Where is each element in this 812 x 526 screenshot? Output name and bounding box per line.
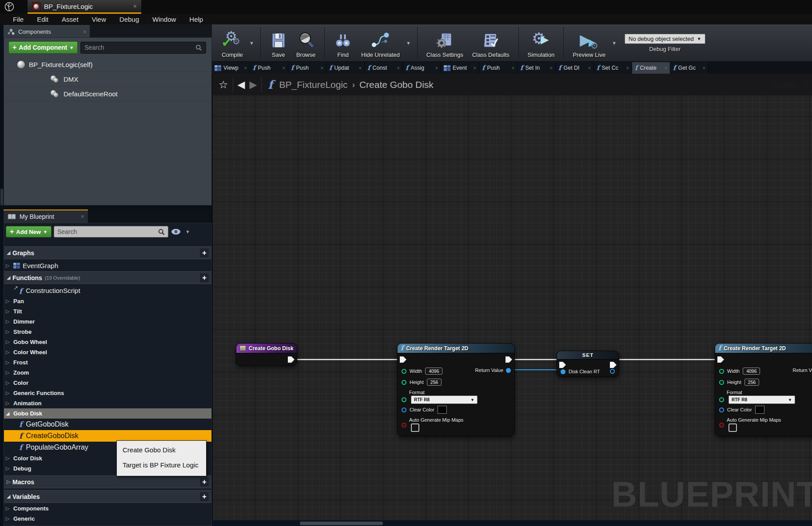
param-input-pin[interactable] xyxy=(402,369,406,374)
param-input-pin[interactable] xyxy=(719,407,724,412)
category-gobo-wheel[interactable]: ▷Gobo Wheel xyxy=(4,337,211,347)
param-value-input[interactable]: 4096 xyxy=(743,368,760,375)
toolbar-button-find[interactable]: Find xyxy=(329,24,357,61)
graph-tab-close-icon[interactable]: × xyxy=(397,65,400,71)
component-tree-row[interactable]: DMX xyxy=(4,72,211,87)
data-output-pin[interactable] xyxy=(610,369,615,374)
graph-tab-push[interactable]: fPush× xyxy=(479,62,517,74)
param-input-pin[interactable] xyxy=(719,423,724,427)
expand-triangle-icon[interactable]: ▷ xyxy=(6,380,11,386)
exec-input-pin[interactable] xyxy=(400,356,406,363)
graph-tab-event[interactable]: Event× xyxy=(441,62,479,74)
toolbar-button-browse[interactable]: Browse xyxy=(292,24,320,61)
graph-tab-close-icon[interactable]: × xyxy=(321,65,323,71)
param-input-pin[interactable] xyxy=(402,380,406,385)
clear-color-swatch[interactable] xyxy=(438,406,447,414)
nav-forward-icon[interactable]: ▶ xyxy=(249,80,257,90)
my-blueprint-tab-close-icon[interactable]: × xyxy=(81,214,84,220)
graph-tab-close-icon[interactable]: × xyxy=(244,65,247,71)
expand-triangle-icon[interactable]: ▷ xyxy=(6,349,11,355)
components-tab-close-icon[interactable]: × xyxy=(83,29,86,35)
graph-tab-push[interactable]: fPush× xyxy=(288,62,326,74)
expand-triangle-icon[interactable]: ▷ xyxy=(6,339,11,345)
collapse-triangle-icon[interactable]: ◢ xyxy=(6,411,11,416)
param-value-input[interactable]: 256 xyxy=(744,379,760,386)
node-crt2[interactable]: fCreate Render Target 2DReturn ValueWidt… xyxy=(715,343,812,436)
menu-item-edit[interactable]: Edit xyxy=(30,16,55,23)
toolbar-button-class-settings[interactable]: Class Settings xyxy=(422,24,468,61)
node-event[interactable]: Create Gobo Disk xyxy=(236,343,297,366)
category-tilt[interactable]: ▷Tilt xyxy=(4,306,211,316)
category-param-data[interactable]: ▷Param Data xyxy=(4,524,211,526)
exec-output-pin[interactable] xyxy=(506,356,512,363)
category-color[interactable]: ▷Color xyxy=(4,378,211,388)
category-pan[interactable]: ▷Pan xyxy=(4,296,211,306)
tab-components[interactable]: Components × xyxy=(4,25,90,38)
menu-item-asset[interactable]: Asset xyxy=(55,16,85,23)
left-scrollbar-thumb[interactable] xyxy=(0,189,3,206)
component-tree-row[interactable]: BP_FixtureLogic(self) xyxy=(4,57,211,72)
debug-object-dropdown[interactable]: No debug object selected▼ xyxy=(625,34,705,44)
chevron-down-icon[interactable]: ▼ xyxy=(247,40,256,46)
data-input-pin[interactable] xyxy=(561,369,565,374)
expand-triangle-icon[interactable]: ▷ xyxy=(6,516,11,522)
graph-tab-assig[interactable]: fAssig× xyxy=(403,62,441,74)
format-dropdown[interactable]: RTF R8▼ xyxy=(728,395,795,404)
category-generic[interactable]: ▷Generic xyxy=(4,514,211,524)
collapse-triangle-icon[interactable]: ◢ xyxy=(7,494,12,499)
expand-triangle-icon[interactable]: ▷ xyxy=(6,263,11,269)
expand-triangle-icon[interactable]: ▷ xyxy=(6,360,11,365)
menu-item-file[interactable]: File xyxy=(6,16,30,23)
param-input-pin[interactable] xyxy=(402,423,406,427)
clear-color-swatch[interactable] xyxy=(755,406,764,414)
asset-tab[interactable]: BP_FixtureLogic × xyxy=(28,0,141,14)
category-zoom[interactable]: ▷Zoom xyxy=(4,368,211,378)
expand-triangle-icon[interactable]: ▷ xyxy=(6,390,11,396)
graph-tab-viewp[interactable]: Viewp× xyxy=(212,62,250,74)
components-search-input[interactable]: Search xyxy=(80,42,206,54)
param-value-input[interactable]: 4096 xyxy=(425,368,442,375)
param-input-pin[interactable] xyxy=(719,369,724,374)
toolbar-button-simulation[interactable]: ⚙▶Simulation xyxy=(523,24,559,61)
menu-item-debug[interactable]: Debug xyxy=(113,16,146,23)
node-set[interactable]: SETDisk Clean RT xyxy=(557,351,619,377)
graph-tab-close-icon[interactable]: × xyxy=(512,65,514,71)
mipmaps-checkbox[interactable] xyxy=(411,423,419,432)
expand-triangle-icon[interactable]: ▷ xyxy=(6,298,11,304)
expand-triangle-icon[interactable]: ▷ xyxy=(6,506,11,511)
graph-tab-close-icon[interactable]: × xyxy=(359,65,362,71)
graph-tab-get-gc[interactable]: fGet Gc× xyxy=(670,62,709,74)
graph-tab-create[interactable]: fCreate× xyxy=(632,62,670,74)
category-gobo-disk[interactable]: ◢Gobo Disk xyxy=(4,408,211,419)
graph-tab-close-icon[interactable]: × xyxy=(665,65,667,71)
toolbar-button-class-defaults[interactable]: Class Defaults xyxy=(468,24,514,61)
expand-triangle-icon[interactable]: ▷ xyxy=(6,308,11,314)
node-crt1[interactable]: fCreate Render Target 2DReturn ValueWidt… xyxy=(397,343,515,436)
add-plus-button[interactable]: + xyxy=(200,478,209,486)
exec-output-pin[interactable] xyxy=(610,362,617,368)
menu-item-window[interactable]: Window xyxy=(146,16,183,23)
section-header-variables[interactable]: ◢Variables+ xyxy=(4,490,211,503)
add-new-button[interactable]: + Add New ▼ xyxy=(6,226,52,237)
visibility-eye-icon[interactable] xyxy=(171,228,181,235)
expand-triangle-icon[interactable]: ▷ xyxy=(6,400,11,406)
breadcrumb-root[interactable]: BP_FixtureLogic xyxy=(279,79,348,90)
expand-triangle-icon[interactable]: ▷ xyxy=(6,319,11,324)
menu-item-help[interactable]: Help xyxy=(183,16,210,23)
category-dimmer[interactable]: ▷Dimmer xyxy=(4,316,211,327)
toolbar-button-compile[interactable]: ⚙⚙✔Compile xyxy=(217,24,247,61)
section-header-graphs[interactable]: ◢Graphs+ xyxy=(4,246,211,259)
bookmark-star-icon[interactable]: ☆ xyxy=(219,79,228,91)
chevron-down-icon[interactable]: ▼ xyxy=(404,40,413,46)
graph-tab-close-icon[interactable]: × xyxy=(435,65,438,71)
expand-triangle-icon[interactable]: ▷ xyxy=(6,466,11,471)
category-components[interactable]: ▷Components xyxy=(4,503,211,514)
add-component-button[interactable]: + Add Component ▼ xyxy=(8,41,78,54)
add-plus-button[interactable]: + xyxy=(200,492,209,501)
tab-my-blueprint[interactable]: My Blueprint × xyxy=(4,210,88,223)
param-input-pin[interactable] xyxy=(719,380,724,385)
param-value-input[interactable]: 256 xyxy=(427,379,442,386)
param-input-pin[interactable] xyxy=(402,407,406,412)
blueprint-graph-canvas[interactable]: BLUEPRINT Zoom -3 Create Gobo DiskfCreat… xyxy=(212,74,812,520)
category-generic-functions[interactable]: ▷Generic Functions xyxy=(4,388,211,398)
